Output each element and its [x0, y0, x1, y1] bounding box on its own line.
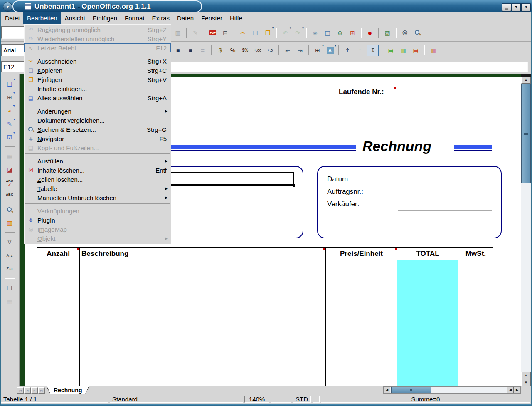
- auto-spellcheck-button[interactable]: ABC~~~: [4, 191, 15, 202]
- align-center-button[interactable]: ≡: [172, 45, 183, 56]
- first-sheet-button[interactable]: |◀: [17, 387, 24, 394]
- menu-item-alles-auswählen[interactable]: ▤Alles auswählenStrg+A: [24, 93, 171, 102]
- menubar-item-hilfe[interactable]: Hilfe: [226, 12, 246, 24]
- tab-scrollbar-splitter[interactable]: [379, 387, 382, 393]
- menu-item-letzter-befehl[interactable]: ∿Letzter BefehlF12: [24, 43, 171, 52]
- font-name-input[interactable]: Arial: [1, 44, 26, 56]
- next-sheet-button[interactable]: ▶: [31, 387, 38, 394]
- export-pdf-button[interactable]: PDF: [207, 27, 218, 38]
- menu-item-zellen-löschen[interactable]: Zellen löschen...: [24, 175, 171, 184]
- horizontal-scroll-thumb[interactable]: [391, 387, 431, 393]
- scroll-up-button[interactable]: ▲: [521, 77, 531, 84]
- record-macro-button[interactable]: ●: [365, 27, 375, 38]
- sort-ascending-button[interactable]: A↓z: [4, 250, 15, 261]
- scroll-up-button-bottom[interactable]: ▲: [521, 372, 531, 379]
- page-style-panel[interactable]: Standard: [110, 396, 243, 403]
- menu-item-tabelle[interactable]: Tabelle▶: [24, 184, 171, 193]
- vertical-scrollbar[interactable]: ▲ ▲ ▼: [521, 74, 531, 386]
- decrease-indent-button[interactable]: ⇤: [282, 45, 293, 56]
- choose-themes-button[interactable]: ◪: [4, 164, 15, 175]
- menu-item-inhalte-löschen[interactable]: ☒Inhalte löschen...Entf: [24, 166, 171, 175]
- menu-item-plugin[interactable]: ❖PlugIn: [24, 215, 171, 225]
- menubar-item-datei[interactable]: Datei: [1, 12, 23, 24]
- load-url-input[interactable]: [1, 26, 24, 39]
- edit-file-button[interactable]: ✎: [190, 27, 201, 38]
- print-button[interactable]: ⊟: [220, 27, 231, 38]
- menu-item-inhalte-einfügen[interactable]: Inhalte einfügen...: [24, 84, 171, 93]
- align-bottom-button[interactable]: ↧: [367, 45, 379, 56]
- menu-item-objekt[interactable]: Objekt▶: [24, 234, 171, 243]
- modified-flag-panel[interactable]: [313, 396, 320, 403]
- sort-descending-button[interactable]: Z↓a: [4, 263, 15, 274]
- menu-item-rückgängig-unmöglich[interactable]: ↶Rückgängig unmöglichStrg+Z: [24, 25, 171, 34]
- copy-button[interactable]: ❏: [250, 27, 261, 38]
- menu-item-änderungen[interactable]: Änderungen▶: [24, 106, 171, 116]
- close-button[interactable]: ✕: [521, 3, 531, 12]
- paste-button[interactable]: ❒▾: [262, 27, 273, 38]
- navigator-button[interactable]: ◈: [310, 27, 320, 38]
- percent-format-button[interactable]: %: [227, 45, 238, 56]
- align-top-button[interactable]: ↥: [342, 45, 353, 56]
- menubar-item-extras[interactable]: Extras: [148, 12, 174, 24]
- group-button[interactable]: ❏: [4, 282, 15, 293]
- menu-item-ausfüllen[interactable]: Ausfüllen▶: [24, 156, 171, 166]
- insert-object-button[interactable]: ❑: [4, 79, 15, 89]
- standard-format-button[interactable]: $%: [240, 45, 251, 56]
- menu-item-kopieren[interactable]: ❏KopierenStrg+C: [24, 66, 171, 75]
- scroll-left-button-right[interactable]: ◀: [507, 387, 514, 393]
- minimize-button[interactable]: ▁: [502, 3, 512, 12]
- scroll-right-button[interactable]: ▶: [514, 387, 520, 393]
- insert-image-button[interactable]: ▧: [382, 27, 393, 38]
- delete-column-button[interactable]: ▥: [428, 45, 438, 56]
- background-color-button[interactable]: A▾: [325, 45, 335, 56]
- menubar-item-format[interactable]: Format: [121, 12, 148, 24]
- increase-indent-button[interactable]: ⇥: [295, 45, 305, 56]
- insert-row-button[interactable]: ▤: [385, 45, 396, 56]
- cut-button[interactable]: ✂: [237, 27, 248, 38]
- form-controls-button[interactable]: ☑: [4, 132, 15, 143]
- last-sheet-button[interactable]: ▶|: [38, 387, 45, 394]
- menu-item-wiederherstellen-unmöglich[interactable]: ↷Wiederherstellen unmöglichStrg+Y: [24, 34, 171, 43]
- scroll-left-button[interactable]: ◀: [384, 387, 390, 393]
- zoom-button[interactable]: ⊞: [347, 27, 358, 38]
- vertical-scroll-thumb[interactable]: [521, 84, 531, 183]
- insert-mode-panel[interactable]: [271, 396, 291, 403]
- menubar-item-ansicht[interactable]: Ansicht: [61, 12, 89, 24]
- save-button[interactable]: ▦: [172, 27, 183, 38]
- redo-button[interactable]: ↷▾: [292, 27, 303, 38]
- find-button[interactable]: [4, 204, 15, 215]
- stylist-button[interactable]: ▤: [322, 27, 333, 38]
- menubar-item-bearbeiten[interactable]: Bearbeiten: [23, 12, 61, 24]
- borders-button[interactable]: ⊞▾: [312, 45, 323, 56]
- autoformat-button[interactable]: ▦: [4, 151, 15, 162]
- menubar-item-einfgen[interactable]: Einfügen: [89, 12, 121, 24]
- menu-item-imagemap[interactable]: ◎ImageMap: [24, 225, 171, 234]
- currency-format-button[interactable]: $: [215, 45, 226, 56]
- hyperlink-globe-button[interactable]: ⊕: [335, 27, 345, 38]
- menu-item-navigator[interactable]: ◈NavigatorF5: [24, 134, 171, 143]
- menu-item-kopf-und-fußzeilen[interactable]: ▤Kopf- und Fußzeilen...: [24, 143, 171, 152]
- stop-button[interactable]: ⊗: [399, 27, 410, 38]
- add-decimal-button[interactable]: +,00: [252, 45, 263, 56]
- previous-sheet-button[interactable]: ◀: [24, 387, 31, 394]
- vertical-split-handle[interactable]: [521, 74, 531, 77]
- menu-item-ausschneiden[interactable]: ✂AusschneidenStrg+X: [24, 57, 171, 66]
- cell-reference-input[interactable]: E12: [1, 61, 26, 72]
- align-right-button[interactable]: ≡: [185, 45, 196, 56]
- horizontal-scrollbar[interactable]: ◀ ◀ ▶: [383, 386, 521, 394]
- align-center-vertical-button[interactable]: ↕: [355, 45, 365, 56]
- menu-item-einfügen[interactable]: ❒EinfügenStrg+V: [24, 75, 171, 84]
- insert-chart-button[interactable]: ◕: [4, 105, 15, 116]
- horizontal-scroll-track[interactable]: [390, 387, 507, 393]
- menubar-item-fenster[interactable]: Fenster: [197, 12, 226, 24]
- vertical-scroll-track[interactable]: [521, 84, 531, 372]
- menu-item-dokument-vergleichen[interactable]: Dokument vergleichen...: [24, 116, 171, 125]
- zoom-panel[interactable]: 140%: [244, 396, 269, 403]
- delete-row-button[interactable]: ▤: [410, 45, 421, 56]
- spellcheck-button[interactable]: ABC✓: [4, 178, 15, 188]
- insert-cells-button[interactable]: ⊞: [4, 92, 15, 103]
- sum-panel[interactable]: Summe=0: [321, 396, 530, 403]
- sheet-tab-rechnung[interactable]: Rechnung: [47, 386, 89, 394]
- draw-functions-button[interactable]: ✎: [4, 119, 15, 129]
- menubar-item-daten[interactable]: Daten: [173, 12, 197, 24]
